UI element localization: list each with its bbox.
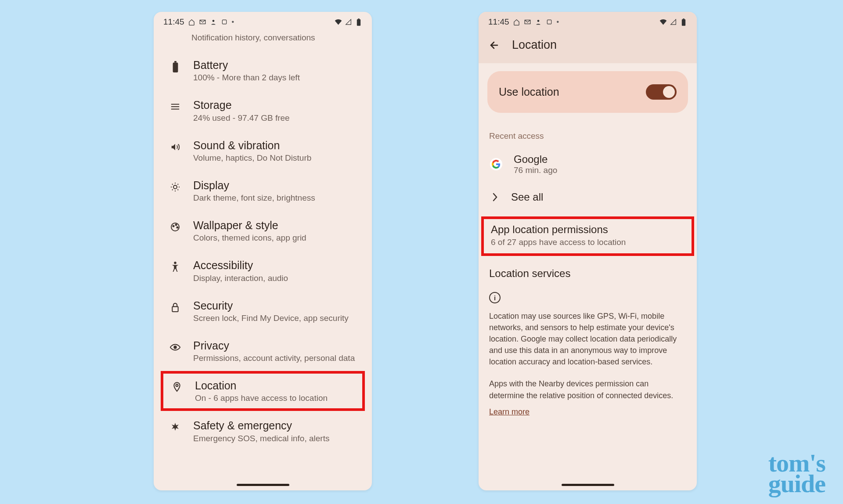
svg-rect-2 [357,19,360,25]
svg-rect-4 [173,63,178,72]
settings-item-title: Battery [193,58,358,72]
learn-more-link[interactable]: Learn more [487,401,531,423]
info-icon: i [489,292,501,303]
person-icon [210,18,217,26]
sound-icon [169,140,181,154]
toggle-on-icon[interactable] [646,84,677,100]
recent-access-item-google[interactable]: Google 76 min. ago [487,147,688,181]
settings-item-sound[interactable]: Sound & vibration Volume, haptics, Do No… [154,131,372,171]
home-icon [188,18,195,26]
status-bar: 11:45 • [479,12,697,29]
settings-item-display[interactable]: Display Dark theme, font size, brightnes… [154,171,372,211]
wifi-icon [659,18,667,26]
signal-icon [670,18,677,26]
location-services-row[interactable]: Location services [487,256,688,283]
settings-item-subtitle: Permissions, account activity, personal … [193,353,358,363]
recent-access-label: Recent access [489,131,686,141]
privacy-icon [169,341,181,354]
chevron-right-icon [491,192,499,202]
location-icon [171,381,183,394]
settings-item-subtitle: Emergency SOS, medical info, alerts [193,434,358,443]
svg-point-12 [176,224,177,226]
battery-icon [169,60,181,73]
page-title: Location [512,38,557,52]
watermark-line2: guide [768,469,825,498]
settings-item-subtitle: 100% - More than 2 days left [193,73,358,83]
settings-item-security[interactable]: Security Screen lock, Find My Device, ap… [154,291,372,331]
svg-rect-21 [683,18,684,19]
svg-point-14 [174,262,177,264]
settings-item-safety[interactable]: Safety & emergency Emergency SOS, medica… [154,411,372,451]
svg-rect-19 [547,20,551,24]
home-icon [513,18,520,26]
signal-icon [345,18,352,26]
settings-item-title: Accessibility [193,259,358,272]
phone-location: 11:45 • Location Use location Recent acc… [479,12,697,490]
person-icon [535,18,542,26]
gmail-icon [524,18,531,26]
back-button[interactable] [489,40,500,50]
svg-rect-20 [681,19,685,25]
google-icon [490,158,502,170]
status-bar: 11:45 • [154,12,372,29]
svg-point-17 [176,384,178,386]
settings-item-accessibility[interactable]: Accessibility Display, interaction, audi… [154,251,372,291]
svg-point-16 [174,346,177,349]
status-time: 11:45 [488,17,509,27]
settings-item-title: Sound & vibration [193,139,358,152]
settings-item-privacy[interactable]: Privacy Permissions, account activity, p… [154,331,372,371]
recent-app-time: 76 min. ago [514,166,557,175]
wifi-icon [335,18,342,26]
settings-item-subtitle: Volume, haptics, Do Not Disturb [193,153,358,163]
battery-icon [355,18,362,26]
overflow-dot-icon: • [557,18,559,26]
phone-settings: 11:45 • Notification history, conversati… [154,12,372,490]
recent-app-name: Google [514,153,557,166]
use-location-label: Use location [499,86,559,98]
see-all-button[interactable]: See all [487,181,688,213]
app-permissions-title: App location permissions [491,223,684,236]
highlight-location: Location On - 6 apps have access to loca… [161,371,365,411]
svg-rect-1 [222,20,226,24]
notifications-subtitle-partial: Notification history, conversations [154,29,372,50]
settings-item-location[interactable]: Location On - 6 apps have access to loca… [163,374,362,408]
emergency-icon [169,421,181,434]
settings-item-title: Wallpaper & style [193,219,358,232]
display-icon [169,180,181,194]
nav-pill[interactable] [562,484,614,486]
accessibility-icon [169,260,181,274]
overflow-dot-icon: • [232,18,234,26]
app-permissions-row[interactable]: App location permissions 6 of 27 apps ha… [491,223,684,247]
nav-pill[interactable] [237,484,289,486]
settings-item-title: Location [195,379,356,392]
svg-point-18 [537,20,540,22]
settings-item-subtitle: 24% used - 97.47 GB free [193,113,358,123]
settings-item-subtitle: Dark theme, font size, brightness [193,193,358,203]
settings-item-storage[interactable]: Storage 24% used - 97.47 GB free [154,90,372,130]
watermark-toms-guide: tom's guide [768,453,825,494]
use-location-toggle-row[interactable]: Use location [487,71,688,113]
box-icon [546,18,553,26]
settings-item-title: Safety & emergency [193,419,358,432]
storage-icon [169,100,181,113]
location-info-paragraph-2: Apps with the Nearby devices permission … [487,375,688,401]
svg-rect-3 [358,18,359,19]
svg-rect-5 [174,61,177,63]
svg-rect-15 [172,306,178,312]
battery-icon [680,18,687,26]
highlight-app-permissions: App location permissions 6 of 27 apps ha… [481,216,694,256]
box-icon [221,18,228,26]
settings-item-title: Display [193,179,358,192]
wallpaper-icon [169,220,181,234]
settings-item-subtitle: Screen lock, Find My Device, app securit… [193,313,358,323]
app-permissions-subtitle: 6 of 27 apps have access to location [491,238,684,247]
location-header: Location [479,29,697,63]
see-all-label: See all [511,191,543,203]
settings-item-battery[interactable]: Battery 100% - More than 2 days left [154,50,372,90]
settings-item-title: Storage [193,98,358,112]
settings-item-subtitle: Colors, themed icons, app grid [193,233,358,243]
status-time: 11:45 [163,17,184,27]
settings-item-wallpaper[interactable]: Wallpaper & style Colors, themed icons, … [154,211,372,251]
info-icon-row: i [487,283,688,308]
settings-item-subtitle: On - 6 apps have access to location [195,393,356,403]
